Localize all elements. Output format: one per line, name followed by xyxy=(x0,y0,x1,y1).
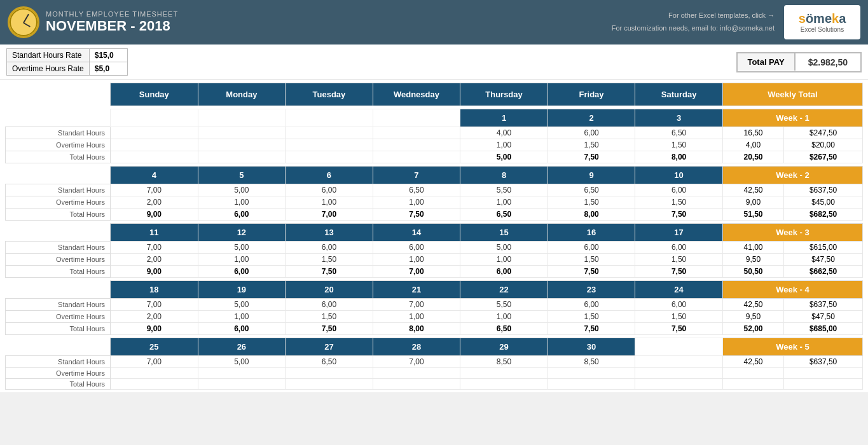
ovt-cell-3-2[interactable]: 1,50 xyxy=(286,311,373,323)
ovt-cell-1-6[interactable]: 1,50 xyxy=(635,196,723,209)
ovt-cell-3-6[interactable]: 1,50 xyxy=(635,311,723,323)
std-cell-4-4[interactable]: 8,50 xyxy=(460,356,548,368)
date-cell-2-4: 15 xyxy=(460,224,548,242)
week-3-label-col xyxy=(6,224,111,242)
ovt-cell-3-5[interactable]: 1,50 xyxy=(548,311,635,323)
ovt-cell-4-4[interactable] xyxy=(460,368,548,379)
week-5-total-row: Total Hours xyxy=(6,379,863,390)
std-cell-0-1[interactable] xyxy=(198,127,286,139)
standard-rate-value[interactable]: $15,0 xyxy=(89,49,127,62)
std-cell-3-3[interactable]: 7,00 xyxy=(373,299,460,311)
ovt-cell-3-0[interactable]: 2,00 xyxy=(111,311,198,323)
header-titles: MONTHLY EMPLOYEE TIMESHEET NOVEMBER - 20… xyxy=(46,10,178,34)
std-cell-2-4[interactable]: 5,00 xyxy=(460,242,548,254)
ovt-cell-4-0[interactable] xyxy=(111,368,198,379)
std-cell-1-0[interactable]: 7,00 xyxy=(111,184,198,196)
tot-weekly-pay-3: $685,00 xyxy=(784,323,863,335)
std-cell-0-0[interactable] xyxy=(111,127,198,139)
col-monday: Monday xyxy=(198,83,286,106)
std-cell-2-5[interactable]: 6,00 xyxy=(548,242,635,254)
ovt-cell-4-2[interactable] xyxy=(286,368,373,379)
std-cell-0-3[interactable] xyxy=(373,127,460,139)
std-cell-1-6[interactable]: 6,00 xyxy=(635,184,723,196)
std-cell-3-1[interactable]: 5,00 xyxy=(198,299,286,311)
date-cell-4-2: 27 xyxy=(286,338,373,356)
week-3-dates-row: 11121314151617Week - 3 xyxy=(6,224,863,242)
std-cell-4-1[interactable]: 5,00 xyxy=(198,356,286,368)
ovt-weekly-pay-2: $47,50 xyxy=(784,254,863,266)
ovt-cell-2-2[interactable]: 1,50 xyxy=(286,254,373,266)
std-cell-3-2[interactable]: 6,00 xyxy=(286,299,373,311)
std-hours-label-1: Standart Hours xyxy=(6,184,111,196)
std-cell-1-3[interactable]: 6,50 xyxy=(373,184,460,196)
week-5-dates-row: 252627282930Week - 5 xyxy=(6,338,863,356)
std-cell-4-6[interactable] xyxy=(635,356,723,368)
ovt-cell-0-3[interactable] xyxy=(373,139,460,151)
ovt-hours-label-4: Overtime Hours xyxy=(6,368,111,379)
ovt-cell-0-0[interactable] xyxy=(111,139,198,151)
col-thursday: Thursday xyxy=(460,83,548,106)
std-cell-4-5[interactable]: 8,50 xyxy=(548,356,635,368)
ovt-cell-1-4[interactable]: 1,00 xyxy=(460,196,548,209)
ovt-cell-4-5[interactable] xyxy=(548,368,635,379)
ovt-cell-0-5[interactable]: 1,50 xyxy=(548,139,635,151)
std-cell-3-0[interactable]: 7,00 xyxy=(111,299,198,311)
tot-cell-1-0: 9,00 xyxy=(111,209,198,221)
std-cell-2-2[interactable]: 6,00 xyxy=(286,242,373,254)
tot-cell-3-3: 8,00 xyxy=(373,323,460,335)
std-cell-4-2[interactable]: 6,50 xyxy=(286,356,373,368)
ovt-cell-1-3[interactable]: 1,00 xyxy=(373,196,460,209)
ovt-cell-0-1[interactable] xyxy=(198,139,286,151)
std-weekly-sum-2: 41,00 xyxy=(722,242,783,254)
ovt-weekly-sum-3: 9,50 xyxy=(722,311,783,323)
std-cell-3-5[interactable]: 6,00 xyxy=(548,299,635,311)
ovt-cell-4-1[interactable] xyxy=(198,368,286,379)
std-cell-2-0[interactable]: 7,00 xyxy=(111,242,198,254)
ovt-cell-3-1[interactable]: 1,00 xyxy=(198,311,286,323)
ovt-cell-2-1[interactable]: 1,00 xyxy=(198,254,286,266)
std-cell-2-6[interactable]: 6,00 xyxy=(635,242,723,254)
date-cell-3-3: 21 xyxy=(373,281,460,299)
ovt-cell-1-5[interactable]: 1,50 xyxy=(548,196,635,209)
ovt-cell-2-3[interactable]: 1,00 xyxy=(373,254,460,266)
std-cell-2-1[interactable]: 5,00 xyxy=(198,242,286,254)
ovt-cell-3-4[interactable]: 1,00 xyxy=(460,311,548,323)
std-cell-0-2[interactable] xyxy=(286,127,373,139)
total-pay-area: Total PAY $2.982,50 xyxy=(736,52,862,72)
ovt-hours-label-0: Overtime Hours xyxy=(6,139,111,151)
ovt-cell-2-5[interactable]: 1,50 xyxy=(548,254,635,266)
week-3-standard-row: Standart Hours7,005,006,006,005,006,006,… xyxy=(6,242,863,254)
ovt-cell-2-6[interactable]: 1,50 xyxy=(635,254,723,266)
std-cell-0-6[interactable]: 6,50 xyxy=(635,127,723,139)
overtime-rate-value[interactable]: $5,0 xyxy=(89,62,127,76)
ovt-cell-3-3[interactable]: 1,00 xyxy=(373,311,460,323)
ovt-cell-1-0[interactable]: 2,00 xyxy=(111,196,198,209)
ovt-cell-4-3[interactable] xyxy=(373,368,460,379)
std-cell-0-4[interactable]: 4,00 xyxy=(460,127,548,139)
ovt-cell-0-6[interactable]: 1,50 xyxy=(635,139,723,151)
tot-cell-3-0: 9,00 xyxy=(111,323,198,335)
ovt-cell-1-1[interactable]: 1,00 xyxy=(198,196,286,209)
std-cell-4-3[interactable]: 7,00 xyxy=(373,356,460,368)
std-cell-4-0[interactable]: 7,00 xyxy=(111,356,198,368)
ovt-cell-0-2[interactable] xyxy=(286,139,373,151)
ovt-cell-1-2[interactable]: 1,00 xyxy=(286,196,373,209)
tot-cell-4-0 xyxy=(111,379,198,390)
tot-cell-3-5: 7,50 xyxy=(548,323,635,335)
std-cell-3-6[interactable]: 6,00 xyxy=(635,299,723,311)
std-cell-1-2[interactable]: 6,00 xyxy=(286,184,373,196)
std-weekly-sum-0: 16,50 xyxy=(722,127,783,139)
tot-cell-0-6: 8,00 xyxy=(635,151,723,163)
ovt-cell-4-6[interactable] xyxy=(635,368,723,379)
ovt-cell-2-0[interactable]: 2,00 xyxy=(111,254,198,266)
std-cell-0-5[interactable]: 6,00 xyxy=(548,127,635,139)
std-cell-3-4[interactable]: 5,50 xyxy=(460,299,548,311)
ovt-cell-2-4[interactable]: 1,00 xyxy=(460,254,548,266)
col-tuesday: Tuesday xyxy=(286,83,373,106)
std-cell-1-5[interactable]: 6,50 xyxy=(548,184,635,196)
std-cell-1-1[interactable]: 5,00 xyxy=(198,184,286,196)
ovt-cell-0-4[interactable]: 1,00 xyxy=(460,139,548,151)
std-cell-1-4[interactable]: 5,50 xyxy=(460,184,548,196)
std-cell-2-3[interactable]: 6,00 xyxy=(373,242,460,254)
std-hours-label-0: Standart Hours xyxy=(6,127,111,139)
